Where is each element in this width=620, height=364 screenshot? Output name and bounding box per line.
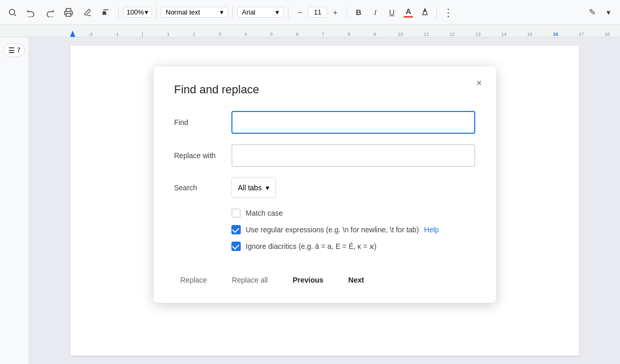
- svg-marker-3: [70, 31, 75, 37]
- replace-input[interactable]: [231, 144, 475, 167]
- svg-line-1: [14, 14, 16, 16]
- dialog-footer: Replace Replace all Previous Next: [174, 268, 475, 288]
- toolbar: 100% ▾ Normal text ▾ Arial ▾ − 11 + B I …: [0, 0, 620, 25]
- doc-area[interactable]: × Find and replace Find Replace with: [29, 37, 620, 364]
- ruler-mark: 14: [491, 32, 517, 37]
- find-label: Find: [174, 118, 231, 127]
- style-dropdown-icon: ▾: [220, 8, 224, 16]
- font-size-value[interactable]: 11: [308, 7, 327, 18]
- close-icon: ×: [476, 78, 482, 89]
- dialog-overlay: × Find and replace Find Replace with: [71, 46, 579, 356]
- highlight-button[interactable]: [418, 5, 432, 20]
- outline-count: 7: [17, 47, 21, 54]
- redo-icon[interactable]: [42, 4, 58, 21]
- style-select[interactable]: Normal text ▾: [161, 7, 228, 18]
- separator-5: [347, 6, 347, 19]
- ruler-mark: 13: [465, 32, 491, 37]
- text-color-icon: A: [406, 7, 411, 16]
- search-label: Search: [174, 184, 231, 192]
- previous-button[interactable]: Previous: [286, 272, 329, 288]
- undo-icon[interactable]: [23, 4, 39, 21]
- bold-button[interactable]: B: [351, 5, 366, 20]
- font-size-control: − 11 +: [293, 5, 342, 20]
- ruler-mark: |: [130, 32, 156, 37]
- separator-6: [436, 6, 437, 19]
- font-dropdown-icon: ▾: [275, 8, 279, 16]
- regex-checkbox[interactable]: [231, 225, 241, 234]
- font-size-decrease[interactable]: −: [293, 5, 307, 20]
- svg-rect-2: [66, 13, 71, 16]
- ruler-mark: 5: [258, 32, 284, 37]
- match-case-label: Match case: [246, 209, 283, 217]
- search-row: Search All tabs ▾: [174, 177, 475, 198]
- ruler-mark: 9: [362, 32, 388, 37]
- close-button[interactable]: ×: [471, 75, 488, 91]
- ruler-mark: 4: [233, 32, 259, 37]
- document: × Find and replace Find Replace with: [71, 46, 579, 356]
- ruler-content: -2 -1 | 1 2 3 4 5 6 7 8 9 10 11 12 13 14…: [0, 31, 620, 37]
- sidebar: ☰ 7: [0, 37, 29, 364]
- replace-label: Replace with: [174, 151, 231, 160]
- separator-2: [156, 6, 157, 19]
- spellcheck-icon[interactable]: [79, 4, 95, 21]
- ruler-mark: 10: [388, 32, 414, 37]
- paint-format-icon[interactable]: [98, 4, 114, 21]
- more-options-button[interactable]: ⋮: [441, 5, 456, 20]
- search-dropdown-icon: ▾: [266, 184, 269, 192]
- ruler-mark: 8: [336, 32, 362, 37]
- replace-button[interactable]: Replace: [174, 272, 213, 288]
- match-case-checkbox[interactable]: [231, 208, 241, 218]
- color-underline: [404, 16, 413, 18]
- zoom-value: 100%: [127, 8, 144, 16]
- search-icon[interactable]: [4, 4, 21, 21]
- ruler: -2 -1 | 1 2 3 4 5 6 7 8 9 10 11 12 13 14…: [0, 25, 620, 37]
- separator-4: [288, 6, 288, 19]
- diacritics-row: Ignore diacritics (e.g. ä = a, E = É, κ …: [231, 242, 475, 251]
- font-value: Arial: [242, 8, 255, 16]
- font-size-increase[interactable]: +: [328, 5, 342, 20]
- ruler-mark: -1: [104, 32, 130, 37]
- replace-row: Replace with: [174, 144, 475, 167]
- replace-all-button[interactable]: Replace all: [226, 272, 274, 288]
- ruler-mark: 18: [594, 32, 620, 37]
- zoom-dropdown-icon: ▾: [145, 8, 148, 16]
- italic-button[interactable]: I: [368, 5, 382, 20]
- ruler-mark: 1: [155, 32, 181, 37]
- content-area: ☰ 7 × Find and replace Find: [0, 37, 620, 364]
- dialog-title: Find and replace: [174, 83, 475, 96]
- search-select[interactable]: All tabs ▾: [231, 177, 277, 198]
- sidebar-outline-item[interactable]: ☰ 7: [4, 44, 25, 57]
- ruler-mark: 11: [414, 32, 439, 37]
- edit-area: ✎ ▾: [585, 5, 616, 20]
- ruler-mark: -2: [78, 32, 104, 37]
- outline-icon: ☰: [8, 46, 15, 54]
- search-value: All tabs: [238, 184, 262, 192]
- ruler-mark: 17: [569, 32, 595, 37]
- edit-dropdown-icon[interactable]: ▾: [601, 5, 616, 20]
- diacritics-label: Ignore diacritics (e.g. ä = a, E = É, κ …: [246, 242, 377, 250]
- next-button[interactable]: Next: [342, 272, 370, 288]
- edit-icon[interactable]: ✎: [585, 5, 599, 20]
- ruler-mark: 15: [517, 32, 543, 37]
- regex-row: Use regular expressions (e.g. \n for new…: [231, 225, 475, 234]
- separator-3: [232, 6, 233, 19]
- ruler-mark: 6: [284, 32, 310, 37]
- ruler-mark: 3: [207, 32, 233, 37]
- regex-label: Use regular expressions (e.g. \n for new…: [246, 226, 419, 234]
- regex-help-link[interactable]: Help: [424, 226, 439, 234]
- separator-1: [118, 6, 119, 19]
- style-value: Normal text: [166, 8, 200, 16]
- diacritics-checkbox[interactable]: [231, 242, 241, 251]
- font-select[interactable]: Arial ▾: [237, 7, 284, 18]
- find-row: Find: [174, 111, 475, 134]
- find-input[interactable]: [231, 111, 475, 134]
- svg-point-0: [9, 9, 15, 15]
- ruler-mark: 12: [439, 32, 465, 37]
- zoom-control[interactable]: 100% ▾: [123, 7, 152, 18]
- underline-button[interactable]: U: [384, 5, 399, 20]
- find-replace-dialog: × Find and replace Find Replace with: [154, 66, 496, 303]
- ruler-mark: 2: [181, 32, 207, 37]
- text-color-button[interactable]: A: [401, 5, 416, 20]
- match-case-row: Match case: [231, 208, 475, 218]
- print-icon[interactable]: [60, 4, 77, 21]
